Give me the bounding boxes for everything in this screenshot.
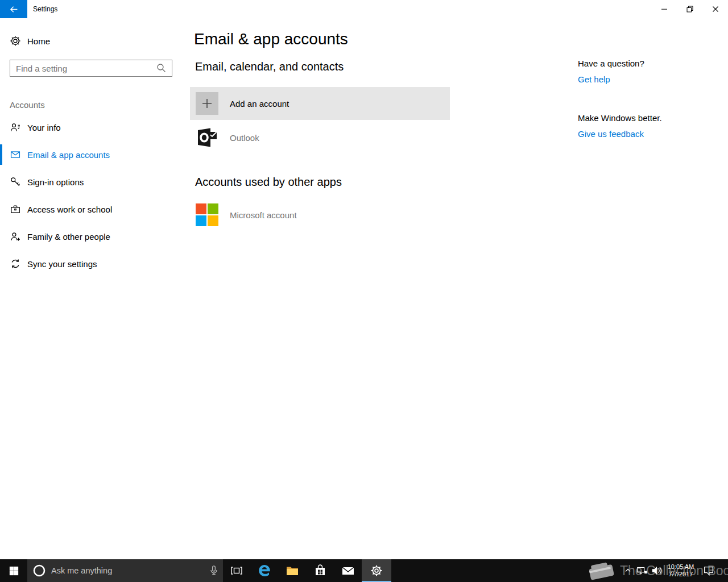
ms-logo-green-square: [208, 203, 218, 214]
key-icon: [10, 176, 21, 188]
plus-icon: [196, 92, 218, 115]
sync-icon: [10, 258, 21, 269]
person-add-icon: [10, 231, 21, 242]
sidebar-item-label: Family & other people: [27, 232, 110, 242]
microsoft-account-label: Microsoft account: [230, 210, 297, 220]
store-button[interactable]: [306, 559, 334, 582]
mail-app-icon: [341, 564, 355, 577]
search-icon: [156, 63, 167, 74]
add-account-label: Add an account: [230, 99, 289, 109]
outlook-account-row[interactable]: Outlook: [190, 126, 259, 149]
close-button[interactable]: [702, 0, 728, 18]
action-center-button[interactable]: [698, 559, 719, 582]
give-us-feedback-link[interactable]: Give us feedback: [578, 129, 644, 139]
settings-app-button[interactable]: [362, 559, 391, 582]
sidebar-item-home[interactable]: Home: [0, 32, 182, 50]
outlook-icon: [196, 126, 218, 149]
file-explorer-button[interactable]: [278, 559, 306, 582]
sidebar-section-label: Accounts: [10, 100, 45, 110]
window-controls: [651, 0, 728, 18]
mail-app-button[interactable]: [334, 559, 362, 582]
sidebar-item-label: Email & app accounts: [27, 150, 110, 160]
chevron-up-icon: [623, 566, 632, 575]
titlebar: Settings: [0, 0, 728, 18]
settings-search-input[interactable]: [10, 64, 156, 73]
minimize-button[interactable]: [651, 0, 677, 18]
make-windows-better-heading: Make Windows better.: [578, 113, 662, 123]
action-center-icon: [702, 564, 715, 577]
back-arrow-icon: [9, 5, 19, 14]
gear-icon: [370, 564, 383, 577]
gear-icon: [10, 35, 21, 47]
outlook-account-label: Outlook: [230, 133, 259, 143]
taskbar-search-box: [27, 559, 223, 582]
sidebar-item-sync-your-settings[interactable]: Sync your settings: [0, 250, 182, 277]
main-content: Email & app accounts Email, calendar, an…: [182, 18, 728, 559]
sidebar-item-access-work-or-school[interactable]: Access work or school: [0, 196, 182, 223]
sidebar-item-family-other-people[interactable]: Family & other people: [0, 223, 182, 250]
speaker-icon: [651, 564, 663, 577]
store-icon: [313, 564, 327, 577]
mail-icon: [10, 149, 21, 160]
restore-button[interactable]: [677, 0, 702, 18]
network-tray-button[interactable]: [635, 559, 650, 582]
taskbar-search-input[interactable]: [51, 566, 205, 575]
have-a-question-heading: Have a question?: [578, 59, 644, 68]
window-title: Settings: [33, 0, 57, 18]
ms-logo-yellow-square: [208, 215, 218, 226]
sidebar-item-email-app-accounts[interactable]: Email & app accounts: [0, 141, 182, 168]
folder-icon: [286, 564, 299, 577]
microsoft-logo-icon: [196, 203, 218, 226]
sidebar-item-your-info[interactable]: Your info: [0, 114, 182, 141]
clock-date: 7/7/2017: [663, 571, 698, 578]
page-title: Email & app accounts: [194, 30, 348, 48]
sidebar: Home Accounts Your info Email & app acco…: [0, 18, 182, 559]
email-section-heading: Email, calendar, and contacts: [195, 60, 344, 73]
sidebar-home-label: Home: [27, 36, 50, 46]
sidebar-item-label: Sync your settings: [27, 259, 97, 269]
briefcase-icon: [10, 203, 21, 215]
edge-browser-button[interactable]: [250, 559, 278, 582]
person-icon: [10, 122, 21, 133]
get-help-link[interactable]: Get help: [578, 74, 610, 84]
start-button[interactable]: [0, 559, 27, 582]
ms-logo-blue-square: [196, 215, 206, 226]
sidebar-item-label: Sign-in options: [27, 177, 84, 187]
other-apps-section-heading: Accounts used by other apps: [195, 176, 342, 189]
sidebar-item-label: Your info: [27, 123, 61, 132]
taskbar: 10:05 AM 7/7/2017 The Collection Book: [0, 559, 728, 582]
sidebar-item-label: Access work or school: [27, 205, 112, 214]
tray-expand-button[interactable]: [621, 559, 635, 582]
cortana-icon: [32, 564, 46, 577]
sidebar-item-sign-in-options[interactable]: Sign-in options: [0, 168, 182, 196]
microsoft-account-row[interactable]: Microsoft account: [190, 203, 297, 226]
watermark-book-icon: [584, 560, 620, 581]
edge-icon: [257, 563, 272, 578]
close-icon: [710, 4, 721, 14]
back-button[interactable]: [0, 0, 27, 18]
clock-time: 10:05 AM: [663, 563, 698, 571]
minimize-icon: [659, 4, 669, 14]
windows-logo-icon: [9, 566, 19, 576]
settings-search-box: [10, 60, 172, 77]
task-view-button[interactable]: [223, 559, 250, 582]
volume-tray-button[interactable]: [650, 559, 664, 582]
network-icon: [636, 564, 648, 577]
microphone-button[interactable]: [205, 559, 223, 582]
add-account-button[interactable]: Add an account: [190, 87, 450, 120]
microphone-icon: [208, 564, 220, 577]
restore-icon: [685, 4, 695, 14]
task-view-icon: [230, 564, 243, 577]
ms-logo-red-square: [196, 203, 206, 214]
tray-clock[interactable]: 10:05 AM 7/7/2017: [663, 559, 698, 582]
